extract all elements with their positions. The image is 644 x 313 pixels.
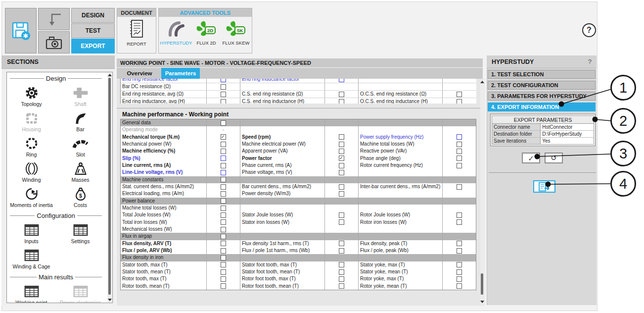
sidebar-item-moments-of-inertia[interactable]: Moments of inertia xyxy=(7,184,56,209)
hyperstudy-help-label[interactable]: ? xyxy=(588,58,592,65)
param-checkbox-unchecked[interactable] xyxy=(221,262,226,267)
param-checkbox-unchecked[interactable] xyxy=(339,248,344,254)
main-table-scrollbar[interactable] xyxy=(480,80,484,304)
param-checkbox-unchecked[interactable] xyxy=(339,149,344,154)
flux2d-tool-button[interactable]: 2D FLUX 2D xyxy=(193,19,219,46)
param-checkbox-unchecked[interactable] xyxy=(339,241,344,246)
param-checkbox-unchecked[interactable] xyxy=(457,219,462,225)
main-tab-parameters[interactable]: Parameters xyxy=(161,68,200,79)
param-checkbox-unchecked[interactable] xyxy=(457,149,462,154)
param-checkbox-checked[interactable] xyxy=(221,134,226,140)
param-checkbox-checked[interactable] xyxy=(339,156,344,161)
param-checkbox-unchecked[interactable] xyxy=(339,134,344,140)
param-checkbox-unchecked[interactable] xyxy=(339,163,344,168)
param-checkbox-unchecked[interactable] xyxy=(221,241,226,246)
param-checkbox-unchecked[interactable] xyxy=(457,99,462,104)
param-checkbox-unchecked[interactable] xyxy=(221,283,226,289)
param-checkbox-unchecked[interactable] xyxy=(221,276,226,282)
sidebar-item-inputs[interactable]: Inputs xyxy=(7,220,56,246)
sidebar-item-working-point[interactable]: Working point xyxy=(7,282,56,303)
sidebar-item-slot[interactable]: Slot xyxy=(56,134,105,159)
param-checkbox-unchecked[interactable] xyxy=(339,212,344,218)
param-checkbox-unchecked[interactable] xyxy=(221,234,226,239)
param-checkbox-unchecked[interactable] xyxy=(221,248,226,254)
param-checkbox-unchecked[interactable] xyxy=(221,79,226,82)
sidebar-item-bar[interactable]: Bar xyxy=(56,108,105,134)
param-checkbox-unchecked[interactable] xyxy=(221,212,226,218)
param-checkbox-unchecked[interactable] xyxy=(457,142,462,147)
help-button[interactable]: ? xyxy=(582,23,596,37)
param-checkbox-unchecked[interactable] xyxy=(339,99,344,104)
param-checkbox-unchecked[interactable] xyxy=(339,283,344,289)
param-checkbox-unchecked[interactable] xyxy=(221,99,226,104)
sidebar-item-winding-cage[interactable]: Winding & Cage xyxy=(7,246,56,271)
param-checkbox-unchecked[interactable] xyxy=(457,269,462,275)
hyperstudy-step-3[interactable]: 3. PARAMETERS FOR HYPERSTUDY xyxy=(488,92,596,101)
param-checkbox-unchecked[interactable] xyxy=(457,92,462,97)
param-checkbox-unchecked[interactable] xyxy=(457,248,462,254)
snapshot-button[interactable] xyxy=(38,31,70,53)
fluxskew-tool-button[interactable]: SK FLUX SKEW xyxy=(221,19,251,46)
param-checkbox-unchecked[interactable] xyxy=(457,241,462,246)
sidebar-item-masses[interactable]: Masses xyxy=(56,159,105,184)
hyperstudy-step-4[interactable]: 4. EXPORT INFORMATION xyxy=(488,103,596,111)
param-checkbox-unchecked[interactable] xyxy=(457,276,462,282)
export-button[interactable] xyxy=(533,180,555,193)
sidebar-scrollbar[interactable] xyxy=(107,73,112,302)
param-checkbox-unchecked[interactable] xyxy=(221,255,226,261)
param-checkbox-unchecked[interactable] xyxy=(221,206,226,211)
param-checkbox-unchecked[interactable] xyxy=(339,184,344,190)
param-checkbox-unchecked[interactable] xyxy=(339,92,344,97)
param-checkbox-unchecked[interactable] xyxy=(339,269,344,275)
sidebar-item-topology[interactable]: Topology xyxy=(7,83,56,108)
param-checkbox-unchecked[interactable] xyxy=(457,184,462,190)
param-checkbox-unchecked[interactable] xyxy=(221,198,226,204)
param-checkbox-unchecked[interactable] xyxy=(457,283,462,289)
param-checkbox-unchecked[interactable] xyxy=(457,156,462,161)
main-scroll-down-icon[interactable] xyxy=(480,301,484,303)
export-param-value[interactable]: Yes xyxy=(541,138,594,144)
param-checkbox-unchecked[interactable] xyxy=(339,142,344,147)
sidebar-item-costs[interactable]: $Costs xyxy=(56,184,105,209)
export-param-value[interactable]: D:\ForHyperStudy xyxy=(541,131,594,137)
param-checkbox-unchecked[interactable] xyxy=(221,219,226,225)
param-checkbox-unchecked[interactable] xyxy=(457,212,462,218)
main-tab-overview[interactable]: Overview xyxy=(119,68,160,79)
param-checkbox-unchecked[interactable] xyxy=(339,276,344,282)
param-checkbox-unchecked[interactable] xyxy=(339,219,344,225)
sidebar-scroll-down-icon[interactable] xyxy=(108,299,112,301)
sidebar-item-winding[interactable]: Winding xyxy=(7,159,56,184)
mode-tab-export[interactable]: EXPORT xyxy=(71,39,115,53)
param-checkbox-unchecked[interactable] xyxy=(221,142,226,147)
mode-tab-design[interactable]: DESIGN xyxy=(71,8,115,23)
param-checkbox-unchecked[interactable] xyxy=(221,227,226,232)
hyperstudy-tool-button[interactable]: HYPERSTUDY xyxy=(161,19,191,46)
param-checkbox-unchecked[interactable] xyxy=(339,191,344,197)
validate-button[interactable]: ✓ xyxy=(522,153,540,163)
param-checkbox-unchecked[interactable] xyxy=(339,262,344,267)
sidebar-item-settings[interactable]: Settings xyxy=(56,220,105,246)
param-checkbox-unchecked[interactable] xyxy=(457,163,462,168)
export-param-value[interactable]: HstConnector xyxy=(541,124,594,130)
sidebar-scroll-up-icon[interactable] xyxy=(108,74,112,76)
reset-button[interactable]: ↺ xyxy=(545,153,563,163)
param-checkbox-unchecked[interactable] xyxy=(221,184,226,190)
sidebar-scroll-thumb[interactable] xyxy=(108,78,111,295)
hyperstudy-step-2[interactable]: 2. TEST CONFIGURATION xyxy=(488,81,596,90)
param-checkbox-unchecked[interactable] xyxy=(221,177,226,182)
import-arrow-button[interactable] xyxy=(38,8,70,30)
param-checkbox-unchecked[interactable] xyxy=(457,262,462,267)
param-checkbox-unchecked[interactable] xyxy=(221,170,226,175)
hyperstudy-step-1[interactable]: 1. TEST SELECTION xyxy=(488,70,596,79)
param-checkbox-unchecked[interactable] xyxy=(221,149,226,154)
param-checkbox-unchecked[interactable] xyxy=(221,120,226,126)
report-button[interactable]: REPORT xyxy=(117,18,156,47)
param-checkbox-unchecked[interactable] xyxy=(221,269,226,275)
main-scroll-up-icon[interactable] xyxy=(480,81,484,83)
param-checkbox-unchecked[interactable] xyxy=(221,163,226,168)
mode-tab-test[interactable]: TEST xyxy=(71,23,115,38)
save-button[interactable]: ✱ xyxy=(5,8,37,53)
param-checkbox-unchecked[interactable] xyxy=(221,84,226,90)
sidebar-item-ring[interactable]: Ring xyxy=(7,134,56,159)
param-checkbox-unchecked[interactable] xyxy=(457,134,462,140)
